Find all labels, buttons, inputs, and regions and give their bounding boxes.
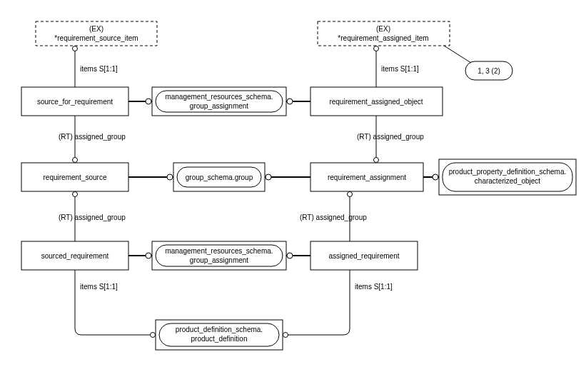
attr-items-sfr: items S[1:1] bbox=[73, 46, 118, 87]
label-rt: (RT) assigned_group bbox=[59, 213, 126, 221]
attr-rt-assigned-group-rao: (RT) assigned_group bbox=[357, 116, 424, 163]
line2: product_definition bbox=[191, 335, 248, 343]
supertype-line-sfr-to-mga bbox=[128, 99, 152, 104]
entity-assigned-requirement: assigned_requirement bbox=[310, 241, 418, 270]
svg-point-32 bbox=[151, 333, 156, 338]
select-name: *requirement_assigned_item bbox=[338, 34, 428, 42]
svg-point-29 bbox=[348, 192, 353, 197]
svg-point-20 bbox=[73, 158, 78, 163]
entity-requirement-source: requirement_source bbox=[21, 163, 128, 191]
attr-items-rao: items S[1:1] bbox=[374, 46, 420, 87]
attr-rt-assigned-group-sfr: (RT) assigned_group bbox=[59, 116, 126, 163]
line2: group_assignment bbox=[190, 256, 248, 264]
entity-label: sourced_requirement bbox=[41, 252, 109, 260]
select-requirement-source-item: (EX) *requirement_source_item bbox=[36, 21, 157, 46]
svg-rect-23 bbox=[152, 241, 286, 270]
entity-label: source_for_requirement bbox=[37, 98, 113, 106]
svg-point-19 bbox=[433, 174, 438, 180]
supertype-mgmt-group-assignment-2: management_resources_schema. group_assig… bbox=[152, 241, 286, 270]
attr-rt-assigned-group-srcreq: (RT) assigned_group bbox=[59, 191, 126, 241]
attr-rt-assigned-group-assreq: (RT) assigned_group bbox=[300, 191, 367, 241]
supertype-line-assreq-to-mga bbox=[286, 253, 310, 258]
svg-point-21 bbox=[374, 158, 379, 163]
attr-items-assreq: items S[1:1] bbox=[283, 270, 393, 338]
label-items: items S[1:1] bbox=[80, 65, 118, 73]
ex-tag: (EX) bbox=[376, 25, 390, 33]
svg-point-28 bbox=[73, 192, 78, 197]
select-requirement-assigned-item: (EX) *requirement_assigned_item bbox=[318, 21, 450, 46]
attr-items-srcreq: items S[1:1] bbox=[75, 270, 156, 338]
label-rt: (RT) assigned_group bbox=[357, 133, 424, 141]
svg-point-17 bbox=[167, 174, 173, 180]
line1: product_definition_schema. bbox=[176, 326, 263, 333]
svg-rect-4 bbox=[152, 87, 286, 116]
line2: characterized_object bbox=[475, 177, 540, 185]
entity-label: assigned_requirement bbox=[329, 252, 400, 260]
entity-label: group_schema.group bbox=[186, 174, 253, 181]
label-rt: (RT) assigned_group bbox=[300, 213, 367, 221]
svg-point-8 bbox=[287, 99, 293, 104]
supertype-group-schema-group: group_schema.group bbox=[173, 163, 265, 191]
supertype-line-srcreq-to-mga bbox=[128, 253, 152, 258]
svg-point-18 bbox=[266, 174, 271, 180]
annotation-note: 1, 3 (2) bbox=[444, 46, 512, 80]
entity-source-for-requirement: source_for_requirement bbox=[21, 87, 128, 116]
line1: product_property_definition_schema. bbox=[449, 168, 567, 176]
supertype-line-reqsrc-to-group bbox=[128, 174, 173, 180]
line1: management_resources_schema. bbox=[165, 93, 273, 101]
svg-point-9 bbox=[73, 46, 78, 51]
svg-point-26 bbox=[146, 253, 151, 258]
svg-point-7 bbox=[146, 99, 151, 104]
label-items: items S[1:1] bbox=[80, 283, 118, 291]
label-items: items S[1:1] bbox=[355, 283, 393, 291]
express-g-diagram: (EX) *requirement_source_item (EX) *requ… bbox=[0, 0, 581, 392]
ex-tag: (EX) bbox=[89, 25, 103, 33]
supertype-mgmt-group-assignment-1: management_resources_schema. group_assig… bbox=[152, 87, 286, 116]
select-name: *requirement_source_item bbox=[54, 34, 138, 42]
annotation-text: 1, 3 (2) bbox=[478, 67, 500, 75]
supertype-line-reqassign-to-group bbox=[265, 174, 310, 180]
entity-label: requirement_assigned_object bbox=[329, 98, 423, 106]
label-rt: (RT) assigned_group bbox=[59, 133, 126, 141]
entity-requirement-assigned-object: requirement_assigned_object bbox=[310, 87, 443, 116]
supertype-pds-product-definition: product_definition_schema. product_defin… bbox=[156, 320, 283, 350]
line1: management_resources_schema. bbox=[165, 247, 273, 255]
svg-point-10 bbox=[374, 46, 379, 51]
entity-label: requirement_source bbox=[44, 174, 107, 181]
svg-point-27 bbox=[287, 253, 293, 258]
label-items: items S[1:1] bbox=[381, 65, 419, 73]
entity-requirement-assignment: requirement_assignment bbox=[310, 163, 423, 191]
line2: group_assignment bbox=[190, 102, 248, 110]
supertype-line-reqassign-to-ppds bbox=[423, 174, 439, 180]
entity-label: requirement_assignment bbox=[328, 174, 406, 181]
svg-point-33 bbox=[283, 333, 288, 338]
entity-sourced-requirement: sourced_requirement bbox=[21, 241, 128, 270]
supertype-line-rao-to-mga bbox=[286, 99, 310, 104]
supertype-ppds-characterized-object: product_property_definition_schema. char… bbox=[439, 159, 576, 195]
